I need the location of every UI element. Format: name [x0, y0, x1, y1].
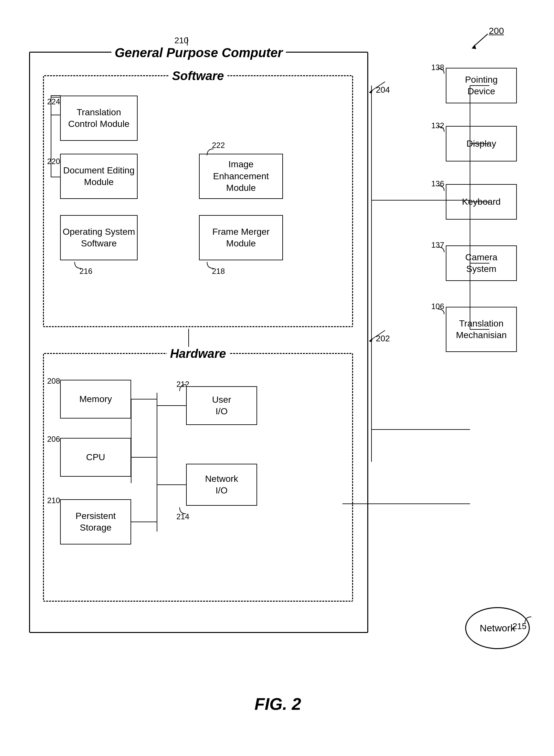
fig-label: FIG. 2 [255, 694, 301, 714]
main-lines-svg [19, 26, 536, 720]
diagram-container: 200 210 General Purpose Computer Softwar… [19, 26, 536, 720]
